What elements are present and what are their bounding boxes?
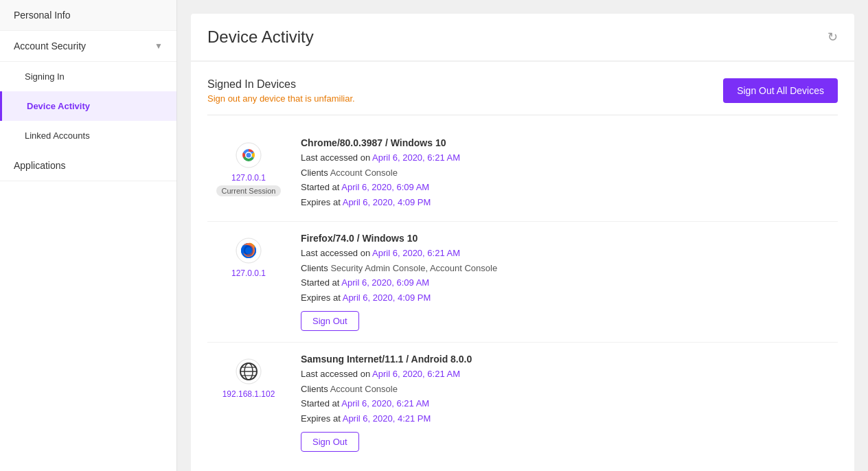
- table-row: 127.0.0.1 Firefox/74.0 / Windows 10 Last…: [207, 222, 838, 343]
- device-clients: Clients Account Console: [301, 166, 838, 180]
- sidebar-item-label: Signing In: [25, 71, 65, 82]
- globe-icon: [233, 356, 264, 387]
- clients-value: Account Console: [330, 384, 398, 394]
- device-expires: Expires at April 6, 2020, 4:09 PM: [301, 291, 838, 305]
- main-content: Device Activity ↻ Signed In Devices Sign…: [177, 0, 868, 471]
- clients-label: Clients: [301, 384, 328, 394]
- device-expires: Expires at April 6, 2020, 4:21 PM: [301, 412, 838, 426]
- divider: [207, 115, 838, 115]
- device-name: Samsung Internet/11.1 / Android 8.0.0: [301, 354, 838, 365]
- sidebar: Personal Info Account Security ▼ Signing…: [0, 0, 177, 471]
- clients-value: Account Console: [330, 168, 398, 178]
- started-label: Started at: [301, 398, 339, 409]
- device-info: Firefox/74.0 / Windows 10 Last accessed …: [290, 233, 838, 331]
- signed-in-header: Signed In Devices Sign out any device th…: [207, 78, 838, 104]
- sign-out-button[interactable]: Sign Out: [301, 432, 359, 452]
- device-ip: 127.0.0.1: [231, 173, 266, 183]
- page-header: Device Activity ↻: [191, 14, 854, 60]
- clients-label: Clients: [301, 263, 328, 273]
- device-icon-col: 127.0.0.1 Current Session: [207, 137, 290, 196]
- started-date: April 6, 2020, 6:21 AM: [341, 398, 429, 409]
- firefox-icon: [233, 236, 264, 266]
- sidebar-item-personal-info[interactable]: Personal Info: [0, 0, 176, 31]
- signed-in-title: Signed In Devices: [207, 78, 355, 91]
- sidebar-item-label: Personal Info: [14, 10, 71, 21]
- device-last-accessed: Last accessed on April 6, 2020, 6:21 AM: [301, 246, 838, 260]
- device-started: Started at April 6, 2020, 6:09 AM: [301, 181, 838, 194]
- sidebar-item-device-activity[interactable]: Device Activity: [0, 91, 176, 121]
- device-name: Firefox/74.0 / Windows 10: [301, 233, 838, 244]
- device-ip: 192.168.1.102: [222, 389, 275, 399]
- clients-label: Clients: [301, 168, 328, 178]
- signed-in-subtitle: Sign out any device that is unfamiliar.: [207, 93, 355, 104]
- svg-point-9: [245, 247, 252, 254]
- device-started: Started at April 6, 2020, 6:21 AM: [301, 397, 838, 411]
- expires-label: Expires at: [301, 292, 341, 303]
- device-last-accessed: Last accessed on April 6, 2020, 6:21 AM: [301, 367, 838, 381]
- device-expires: Expires at April 6, 2020, 4:09 PM: [301, 196, 838, 209]
- last-accessed-label: Last accessed on: [301, 152, 370, 163]
- last-accessed-label: Last accessed on: [301, 248, 370, 258]
- chevron-down-icon: ▼: [155, 41, 163, 51]
- device-started: Started at April 6, 2020, 6:09 AM: [301, 276, 838, 290]
- device-name: Chrome/80.0.3987 / Windows 10: [301, 137, 838, 148]
- sidebar-item-account-security[interactable]: Account Security ▼: [0, 31, 176, 62]
- sign-out-button[interactable]: Sign Out: [301, 311, 359, 331]
- clients-value: Security Admin Console, Account Console: [330, 263, 497, 273]
- expires-label: Expires at: [301, 413, 341, 424]
- last-accessed-date: April 6, 2020, 6:21 AM: [372, 152, 460, 163]
- sign-out-all-button[interactable]: Sign Out All Devices: [723, 78, 838, 103]
- started-label: Started at: [301, 182, 339, 192]
- sidebar-item-applications[interactable]: Applications: [0, 150, 176, 181]
- device-icon-col: 127.0.0.1: [207, 233, 290, 278]
- sidebar-item-signing-in[interactable]: Signing In: [0, 62, 176, 91]
- started-label: Started at: [301, 277, 339, 288]
- last-accessed-label: Last accessed on: [301, 369, 370, 379]
- device-info: Samsung Internet/11.1 / Android 8.0.0 La…: [290, 354, 838, 452]
- sidebar-item-label: Applications: [14, 160, 66, 171]
- refresh-icon[interactable]: ↻: [827, 30, 838, 45]
- expires-date: April 6, 2020, 4:09 PM: [343, 292, 431, 303]
- expires-label: Expires at: [301, 197, 341, 207]
- device-last-accessed: Last accessed on April 6, 2020, 6:21 AM: [301, 151, 838, 165]
- content-card: Signed In Devices Sign out any device th…: [191, 62, 854, 471]
- device-ip: 127.0.0.1: [231, 268, 266, 278]
- page-title: Device Activity: [207, 27, 314, 47]
- table-row: 192.168.1.102 Samsung Internet/11.1 / An…: [207, 343, 838, 463]
- device-info: Chrome/80.0.3987 / Windows 10 Last acces…: [290, 137, 838, 210]
- sidebar-item-label: Device Activity: [27, 101, 90, 111]
- device-clients: Clients Security Admin Console, Account …: [301, 262, 838, 275]
- table-row: 127.0.0.1 Current Session Chrome/80.0.39…: [207, 126, 838, 222]
- expires-date: April 6, 2020, 4:09 PM: [343, 197, 431, 207]
- sidebar-item-linked-accounts[interactable]: Linked Accounts: [0, 121, 176, 150]
- svg-point-5: [247, 153, 251, 158]
- current-session-badge: Current Session: [216, 185, 282, 196]
- sidebar-item-label: Linked Accounts: [25, 130, 90, 141]
- signed-in-info: Signed In Devices Sign out any device th…: [207, 78, 355, 104]
- chrome-icon: [233, 140, 264, 170]
- sidebar-item-label: Account Security: [14, 41, 86, 51]
- last-accessed-date: April 6, 2020, 6:21 AM: [372, 248, 460, 258]
- started-date: April 6, 2020, 6:09 AM: [341, 182, 429, 192]
- device-clients: Clients Account Console: [301, 382, 838, 396]
- device-icon-col: 192.168.1.102: [207, 354, 290, 399]
- started-date: April 6, 2020, 6:09 AM: [341, 277, 429, 288]
- last-accessed-date: April 6, 2020, 6:21 AM: [372, 369, 460, 379]
- expires-date: April 6, 2020, 4:21 PM: [343, 413, 431, 424]
